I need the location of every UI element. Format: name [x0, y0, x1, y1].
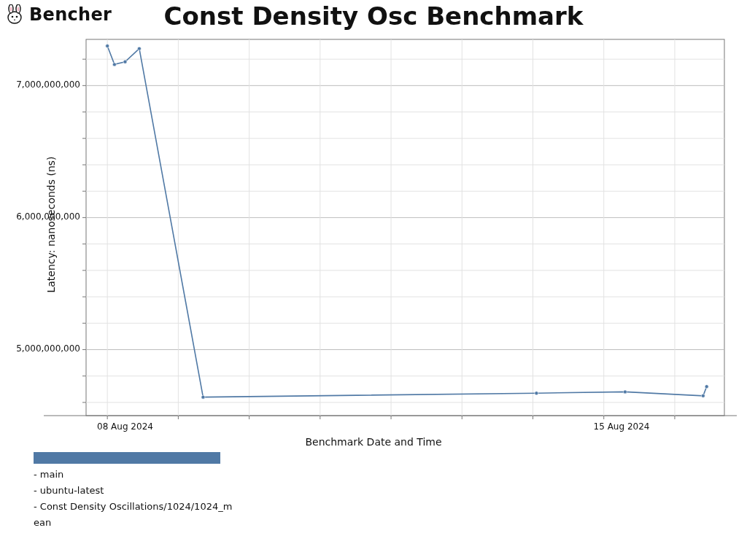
svg-point-55 [106, 44, 109, 48]
legend-item: - main [34, 467, 267, 483]
x-tick-label: 08 Aug 2024 [97, 421, 153, 432]
legend: - main - ubuntu-latest - Const Density O… [34, 452, 267, 531]
svg-point-56 [112, 63, 116, 66]
legend-list: - main - ubuntu-latest - Const Density O… [34, 467, 267, 531]
svg-point-57 [123, 60, 127, 63]
x-tick-label: 15 Aug 2024 [594, 421, 650, 432]
y-tick-label: 5,000,000,000 [0, 343, 80, 354]
y-tick-label: 7,000,000,000 [0, 79, 80, 90]
y-tick-label: 6,000,000,000 [0, 211, 80, 222]
legend-item: - ubuntu-latest [34, 483, 267, 499]
legend-swatch [34, 452, 220, 464]
svg-point-60 [535, 392, 538, 395]
legend-item: - Const Density Oscillations/1024/1024_m… [34, 499, 238, 531]
svg-point-62 [701, 394, 705, 397]
svg-point-59 [201, 395, 205, 399]
svg-point-58 [137, 47, 141, 50]
svg-point-63 [705, 385, 708, 389]
svg-rect-7 [86, 39, 724, 416]
svg-point-61 [623, 390, 627, 394]
